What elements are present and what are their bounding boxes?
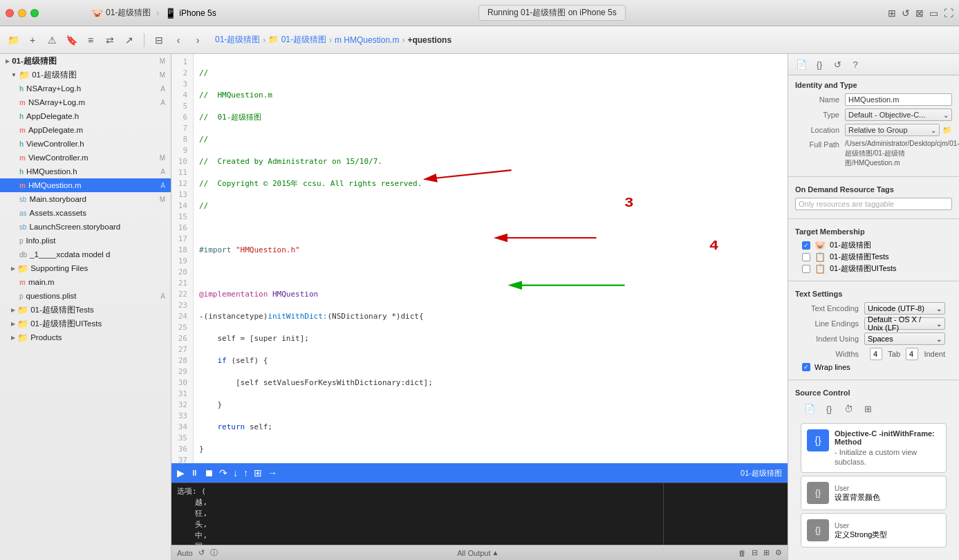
refresh-icon[interactable]: ↺: [902, 8, 910, 19]
sidebar-item-launch-storyboard[interactable]: sb LaunchScreen.storyboard: [0, 220, 171, 234]
toolbar-right[interactable]: ⊞ ↺ ⊠ ▭ ⛶: [888, 8, 953, 19]
sidebar-item-supporting[interactable]: ▶ 📁 Supporting Files: [0, 261, 171, 275]
sidebar-item-questions-plist[interactable]: p questions.plist A: [0, 289, 171, 303]
split-view-icon[interactable]: ▭: [929, 8, 938, 19]
sidebar-item-project[interactable]: ▶ 01-超级猜图 M: [0, 54, 171, 68]
minimize-button[interactable]: [18, 9, 26, 17]
breadcrumb-sep3: ›: [402, 35, 404, 45]
sidebar-item-info-plist[interactable]: p Info.plist: [0, 234, 171, 248]
sidebar-item-nsarray-h[interactable]: h NSArray+Log.h A: [0, 82, 171, 95]
status-icon1[interactable]: ↺: [198, 548, 205, 557]
sc-file-icon[interactable]: 📄: [802, 401, 817, 416]
back-icon[interactable]: ‹: [171, 32, 186, 48]
tags-input[interactable]: Only resources are taggable: [795, 198, 952, 210]
sidebar-item-viewcontroller-m[interactable]: m ViewController.m M: [0, 151, 171, 165]
type-select[interactable]: Default - Objective-C... ⌄: [845, 109, 952, 121]
target-label-2: 01-超级猜图Tests: [830, 252, 889, 262]
target-checkbox-2[interactable]: [802, 253, 810, 261]
tab-width-input[interactable]: 4: [870, 348, 882, 360]
type-chevron: ⌄: [943, 111, 949, 119]
sidebar-item-label: AppDelegate.m: [28, 126, 83, 134]
on-demand-section: On Demand Resource Tags Only resources a…: [788, 180, 959, 216]
sidebar-item-nsarray-m[interactable]: m NSArray+Log.m A: [0, 95, 171, 109]
debug-pause-icon[interactable]: ⏸: [190, 468, 198, 478]
line-endings-value: Default - OS X / Unix (LF): [868, 315, 936, 332]
forward-icon[interactable]: ›: [190, 32, 205, 48]
trash-icon[interactable]: 🗑: [738, 549, 746, 557]
debug-stop-icon[interactable]: ⏹: [204, 467, 214, 478]
sc-user-text-1: 设置背景颜色: [835, 493, 880, 501]
close-button[interactable]: [6, 9, 14, 17]
share-icon[interactable]: ↗: [122, 32, 137, 48]
encoding-select[interactable]: Unicode (UTF-8) ⌄: [864, 302, 945, 315]
sidebar-item-appdelegate-h[interactable]: h AppDelegate.h: [0, 109, 171, 123]
line-endings-select[interactable]: Default - OS X / Unix (LF) ⌄: [864, 317, 945, 330]
wrap-checkbox[interactable]: [802, 363, 810, 371]
breadcrumb-item1[interactable]: 01-超级猜图: [215, 34, 260, 46]
widths-label: Widths: [802, 350, 864, 358]
grid-icon2[interactable]: ⊞: [763, 548, 770, 557]
rp-refresh-icon[interactable]: ↺: [830, 57, 845, 72]
layout-icon[interactable]: ⊟: [151, 32, 167, 48]
sidebar-item-assets[interactable]: as Assets.xcassets: [0, 206, 171, 220]
device-selector[interactable]: 📱 iPhone 5s: [165, 8, 216, 19]
editor-content[interactable]: 12345 678910 1112131415 1617181920 21222…: [171, 54, 788, 463]
debug-step-into-icon[interactable]: ↓: [233, 467, 238, 478]
sidebar-item-viewcontroller-h[interactable]: h ViewController.h: [0, 137, 171, 151]
breadcrumb-item4[interactable]: +questions: [407, 35, 451, 45]
sc-code-icon[interactable]: {}: [821, 401, 837, 416]
status-icon2[interactable]: ⓘ: [210, 548, 218, 558]
sidebar-item-main-m[interactable]: m main.m: [0, 275, 171, 289]
sc-grid-icon[interactable]: ⊞: [860, 401, 875, 416]
sidebar-item-hmquestion-h[interactable]: h HMQuestion.h A: [0, 165, 171, 178]
output-chevron[interactable]: ▲: [492, 549, 499, 557]
warning-icon[interactable]: ⚠: [44, 32, 59, 48]
sidebar-item-hmquestion-m[interactable]: m HMQuestion.m A: [0, 178, 171, 192]
target-item-2[interactable]: 📋 01-超级猜图Tests: [795, 252, 952, 262]
bookmark-icon[interactable]: 🔖: [64, 32, 79, 48]
rp-code-icon[interactable]: {}: [812, 57, 827, 72]
sc-card-icon-1: {}: [807, 429, 829, 451]
rp-help-icon[interactable]: ?: [848, 57, 863, 72]
indent-using-select[interactable]: Spaces ⌄: [864, 333, 945, 345]
indent-width-input[interactable]: 4: [906, 348, 918, 360]
maximize-button[interactable]: [30, 9, 39, 17]
target-checkbox-1[interactable]: [802, 241, 810, 250]
location-icon[interactable]: 📁: [942, 126, 952, 135]
sidebar-item-tests[interactable]: ▶ 📁 01-超级猜图Tests: [0, 303, 171, 317]
breadcrumb-item2[interactable]: 📁 01-超级猜图: [268, 34, 326, 46]
target-item-3[interactable]: 📋 01-超级猜图UITests: [795, 263, 952, 274]
debug-env-icon[interactable]: →: [268, 467, 277, 478]
debug-multi-icon[interactable]: ⊞: [254, 467, 262, 478]
list-icon[interactable]: ≡: [83, 32, 98, 48]
sidebar-item-group-main[interactable]: ▼ 📁 01-超级猜图 M: [0, 68, 171, 82]
sidebar-item-uitests[interactable]: ▶ 📁 01-超级猜图UITests: [0, 317, 171, 330]
grid-icon[interactable]: ⊞: [888, 8, 896, 19]
sidebar-item-xcdata[interactable]: db _1____xcdata model d: [0, 248, 171, 261]
target-checkbox-3[interactable]: [802, 265, 810, 273]
sidebar-item-main-storyboard[interactable]: sb Main.storyboard M: [0, 192, 171, 206]
fullscreen-icon[interactable]: ⛶: [944, 8, 953, 19]
rp-file-icon[interactable]: 📄: [794, 57, 809, 72]
debug-continue-icon[interactable]: ▶: [177, 467, 185, 478]
sidebar-item-appdelegate-m[interactable]: m AppDelegate.m: [0, 123, 171, 137]
debug-step-out-icon[interactable]: ↑: [243, 467, 248, 478]
debug-step-over-icon[interactable]: ↷: [219, 467, 227, 478]
settings-icon[interactable]: ⚙: [775, 548, 782, 557]
layout-icon2[interactable]: ⊟: [752, 548, 758, 557]
location-select[interactable]: Relative to Group ⌄: [845, 124, 940, 136]
stop-icon[interactable]: ⊠: [915, 8, 924, 19]
add-file-icon[interactable]: +: [25, 32, 40, 48]
sidebar-item-products[interactable]: ▶ 📁 Products: [0, 330, 171, 344]
traffic-lights[interactable]: [6, 9, 39, 17]
sc-user-icon-1: {}: [807, 482, 829, 504]
target-item-1[interactable]: 🐷 01-超级猜图: [795, 240, 952, 250]
folder-icon[interactable]: 📁: [6, 32, 21, 48]
sc-clock-icon[interactable]: ⏱: [841, 401, 856, 416]
sc-card-content-1: Objective-C -initWithFrame: Method - Ini…: [835, 429, 940, 467]
link-icon[interactable]: ⇄: [102, 32, 118, 48]
code-editor[interactable]: // // HMQuestion.m // 01-超级猜图 // // Crea…: [194, 54, 788, 463]
name-input[interactable]: HMQuestion.m: [845, 93, 952, 106]
breadcrumb-item3[interactable]: m HMQuestion.m: [335, 35, 399, 45]
sc-icons: 📄 {} ⏱ ⊞: [795, 401, 952, 420]
